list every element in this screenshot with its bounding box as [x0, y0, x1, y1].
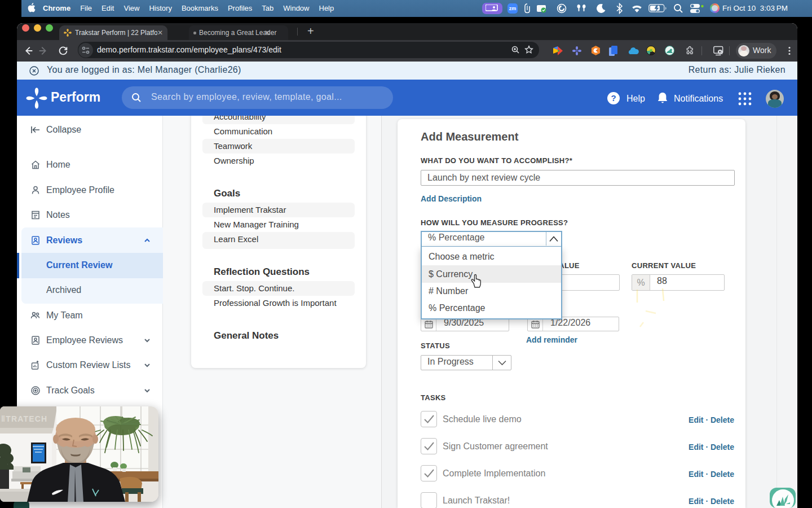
svg-text:‖TRATECH: ‖TRATECH: [1, 414, 47, 423]
